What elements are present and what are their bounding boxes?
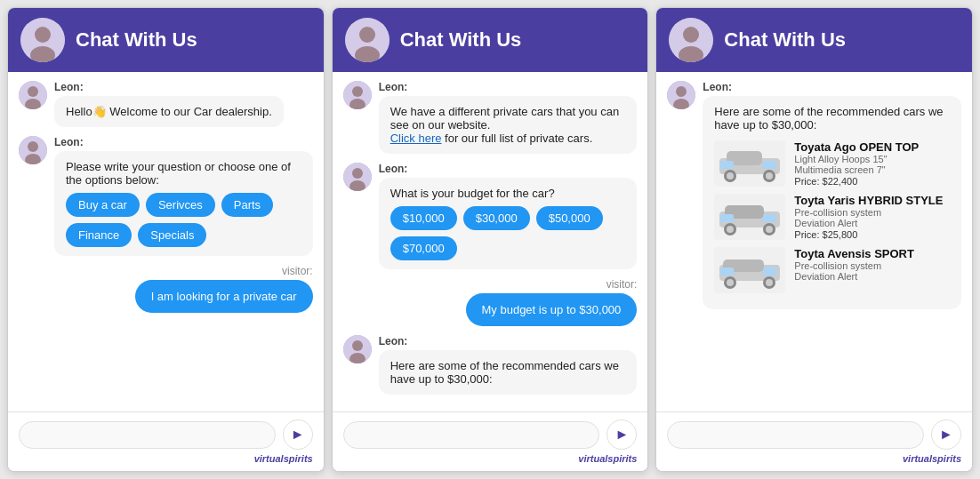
svg-point-7	[28, 141, 38, 152]
option-services[interactable]: Serivces	[146, 193, 215, 217]
leon-msg-content-1b: Leon: Please write your question or choo…	[54, 136, 313, 256]
car-spec2-2: Deviation Alert	[794, 218, 943, 228]
msg-leon-1a: Leon: Hello👋 Welcome to our Car dealersh…	[19, 81, 313, 127]
leon-avatar-2c	[343, 335, 372, 363]
svg-point-31	[727, 172, 734, 180]
visitor-msg-1: visitor: I am looking for a private car	[19, 265, 313, 313]
svg-rect-53	[763, 267, 776, 275]
chat-input-row-3: ►	[667, 419, 961, 450]
chat-input-2[interactable]	[343, 421, 600, 449]
send-btn-3[interactable]: ►	[931, 419, 961, 450]
visitor-bubble-1: I am looking for a private car	[135, 280, 313, 313]
svg-point-42	[766, 226, 773, 233]
msg-leon-1b: Leon: Please write your question or choo…	[19, 136, 313, 256]
car-spec1-2: Pre-collision system	[794, 207, 943, 218]
leon-avatar-2b	[343, 163, 372, 191]
svg-point-16	[352, 168, 363, 179]
leon-msg-content-2a: Leon: We have a different private cars t…	[379, 81, 638, 154]
svg-rect-44	[763, 214, 776, 222]
click-here-link[interactable]: Click here	[390, 132, 442, 145]
option-buy-a-car[interactable]: Buy a car	[66, 193, 140, 217]
option-buttons-1: Buy a car Serivces Parts Finance Special…	[66, 193, 301, 247]
powered-by-3: virtualspirits	[667, 453, 961, 464]
chat-header-3: Chat With Us	[656, 8, 972, 72]
leon-sender-2a: Leon:	[379, 81, 638, 93]
leon-avatar-1a	[19, 81, 47, 109]
car-image-2	[714, 194, 785, 240]
svg-rect-34	[720, 161, 734, 169]
chat-title-2: Chat With Us	[400, 28, 522, 52]
chat-widget-1: Chat With Us Leon: Hello👋 Welcome to our…	[7, 7, 325, 472]
leon-msg-content-2b: Leon: What is your budget for the car? $…	[379, 163, 638, 269]
car-image-3	[714, 247, 785, 293]
option-specials[interactable]: Specials	[138, 223, 206, 247]
chat-body-1: Leon: Hello👋 Welcome to our Car dealersh…	[8, 72, 324, 411]
car-image-1	[714, 140, 785, 187]
visitor-label-1: visitor:	[282, 265, 313, 277]
send-btn-1[interactable]: ►	[283, 419, 313, 450]
svg-point-1	[35, 27, 51, 43]
msg-leon-2a: Leon: We have a different private cars t…	[343, 81, 638, 154]
send-icon-2: ►	[615, 427, 629, 443]
chat-header-2: Chat With Us	[333, 8, 648, 72]
budget-50k[interactable]: $50,000	[536, 206, 603, 230]
send-btn-2[interactable]: ►	[606, 419, 637, 450]
option-parts[interactable]: Parts	[221, 193, 273, 217]
svg-rect-52	[720, 267, 734, 275]
leon-bubble-2a: We have a different private cars that yo…	[379, 96, 638, 154]
leon-msg-content-2c: Leon: Here are some of the recommended c…	[379, 335, 638, 395]
svg-point-40	[727, 226, 734, 233]
chat-footer-1: ► virtualspirits	[8, 411, 324, 471]
chat-body-3: Leon: Here are some of the recommended c…	[656, 72, 972, 411]
car-card-3: Toyta Avensis SPORT Pre-collision system…	[714, 247, 950, 293]
budget-30k[interactable]: $30,000	[463, 206, 530, 230]
car-spec2-3: Deviation Alert	[794, 271, 914, 282]
svg-rect-35	[763, 161, 776, 169]
svg-point-51	[766, 279, 773, 286]
budget-70k[interactable]: $70,000	[390, 236, 457, 260]
car-card-2: Toyta Yaris HYBRID STYLE Pre-collision s…	[714, 194, 950, 240]
budget-buttons: $10,000 $30,000 $50,000 $70,000	[390, 206, 626, 260]
car-details-1: Toyata Ago OPEN TOP Light Alloy Hoops 15…	[794, 140, 919, 187]
leon-bubble-1b: Please write your question or choose one…	[54, 151, 313, 256]
budget-10k[interactable]: $10,000	[390, 206, 457, 230]
msg-leon-3a: Leon: Here are some of the recommended c…	[667, 81, 961, 309]
visitor-bubble-2: My budget is up to $30,000	[466, 293, 638, 326]
leon-bubble-1a: Hello👋 Welcome to our Car dealership.	[54, 96, 284, 127]
svg-point-33	[766, 172, 773, 180]
chat-widget-3: Chat With Us Leon: Here are some of the …	[655, 7, 973, 472]
option-finance[interactable]: Finance	[66, 223, 132, 247]
leon-bubble-2c: Here are some of the recommended cars we…	[379, 350, 638, 395]
chat-title-1: Chat With Us	[76, 28, 197, 52]
car-details-3: Toyta Avensis SPORT Pre-collision system…	[794, 247, 914, 282]
leon-sender-2b: Leon:	[379, 163, 638, 175]
leon-avatar-2a	[343, 81, 372, 109]
chat-widget-2: Chat With Us Leon: We have a different p…	[332, 7, 649, 472]
leon-bubble-3a: Here are some of the recommended cars we…	[703, 96, 961, 309]
leon-sender-2c: Leon:	[379, 335, 638, 347]
avatar-3	[669, 18, 713, 62]
leon-avatar-1b	[19, 136, 47, 164]
avatar-2	[345, 18, 390, 62]
visitor-label-2: visitor:	[606, 278, 638, 291]
chat-input-3[interactable]	[667, 421, 924, 449]
chat-footer-2: ► virtualspirits	[333, 411, 648, 471]
car-name-3: Toyta Avensis SPORT	[794, 247, 914, 260]
car-spec1-1: Light Alloy Hoops 15"	[794, 154, 919, 164]
chat-footer-3: ► virtualspirits	[656, 411, 972, 471]
leon-sender-1b: Leon:	[54, 136, 313, 148]
leon-sender-3a: Leon:	[703, 81, 961, 93]
car-price-1: Price: $22,400	[794, 176, 919, 187]
chat-body-2: Leon: We have a different private cars t…	[333, 72, 648, 411]
send-icon-3: ►	[939, 427, 953, 443]
leon-msg-content-3a: Leon: Here are some of the recommended c…	[703, 81, 961, 309]
svg-point-22	[683, 27, 699, 43]
svg-rect-43	[720, 214, 734, 222]
powered-by-1: virtualspirits	[19, 453, 313, 464]
svg-point-4	[28, 86, 38, 97]
chat-input-1[interactable]	[19, 421, 276, 449]
car-spec2-1: Multimedia screen 7"	[794, 164, 919, 175]
msg-leon-2b: Leon: What is your budget for the car? $…	[343, 163, 638, 269]
leon-msg-content-1a: Leon: Hello👋 Welcome to our Car dealersh…	[54, 81, 313, 127]
leon-sender-1a: Leon:	[54, 81, 313, 93]
